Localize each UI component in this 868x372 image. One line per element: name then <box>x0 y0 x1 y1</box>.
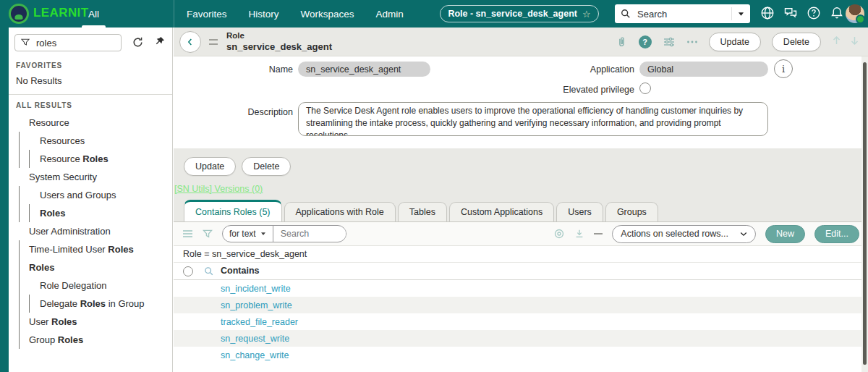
chat-icon[interactable] <box>783 6 799 22</box>
delete-button-footer[interactable]: Delete <box>242 157 291 176</box>
help-icon[interactable] <box>807 6 822 22</box>
contains-role-link[interactable]: tracked_file_reader <box>221 317 298 327</box>
form-context-menu-icon[interactable] <box>209 39 218 45</box>
menu-history[interactable]: History <box>249 9 279 20</box>
sidebar-result-item[interactable]: Users and Groups <box>9 186 171 204</box>
contains-role-link[interactable]: sn_problem_write <box>221 300 292 310</box>
search-scope-dropdown[interactable] <box>731 7 744 20</box>
sliders-icon[interactable] <box>663 36 676 48</box>
notifications-icon[interactable] <box>830 6 846 22</box>
globe-icon[interactable] <box>760 6 776 22</box>
actions-on-rows-dropdown[interactable]: Actions on selected rows... <box>612 225 756 243</box>
sidebar-result-item[interactable]: Role Delegation <box>9 276 171 295</box>
tree-guide-line <box>19 186 20 204</box>
pin-icon[interactable] <box>154 36 165 50</box>
footer-buttons: Update Delete <box>184 157 291 176</box>
tab-groups[interactable]: Groups <box>605 202 658 221</box>
list-header-row: Contains <box>174 263 868 280</box>
application-field[interactable]: Global <box>639 62 768 77</box>
scrollbar-thumb[interactable] <box>863 62 867 365</box>
top-nav-bar: LEARNIT All Favorites History Workspaces… <box>0 0 868 28</box>
record-nav-arrows <box>832 35 859 48</box>
list-filter-icon[interactable] <box>203 229 213 239</box>
sidebar-divider <box>9 94 172 95</box>
sidebar-filter-input[interactable] <box>35 37 100 49</box>
nav-divider <box>174 0 174 28</box>
user-avatar[interactable] <box>846 4 864 23</box>
select-all-checkbox[interactable] <box>183 266 193 276</box>
search-field-dropdown[interactable]: for text <box>223 226 273 242</box>
export-download-icon[interactable] <box>574 229 584 239</box>
global-search[interactable] <box>615 4 750 23</box>
sidebar-result-item[interactable]: User Administration <box>9 222 171 240</box>
sidebar-result-item[interactable]: Delegate Roles in Group <box>9 295 171 313</box>
sidebar-accent-strip <box>0 28 9 372</box>
menu-favorites[interactable]: Favorites <box>187 9 227 20</box>
refresh-icon[interactable] <box>132 36 144 51</box>
sn-utils-versions-link[interactable]: [SN Utils] Versions (0) <box>174 184 263 194</box>
tab-users[interactable]: Users <box>556 202 603 221</box>
new-button[interactable]: New <box>765 225 805 243</box>
chevron-down-icon <box>740 232 747 237</box>
application-info-icon[interactable] <box>774 59 793 78</box>
contains-role-link[interactable]: sn_request_write <box>221 334 289 344</box>
record-name-label: sn_service_desk_agent <box>226 41 332 53</box>
sidebar-result-item[interactable]: Roles <box>9 258 171 276</box>
sidebar-result-item[interactable]: Resource <box>9 114 171 132</box>
sidebar-result-item[interactable]: User Roles <box>9 313 171 331</box>
elevated-privilege-checkbox[interactable] <box>639 83 651 94</box>
paperclip-icon[interactable] <box>616 35 628 48</box>
tree-guide-line <box>19 295 20 313</box>
tab-custom-applications[interactable]: Custom Applications <box>449 202 554 221</box>
contains-role-link[interactable]: sn_change_write <box>221 350 289 360</box>
sidebar-result-item[interactable]: Time-Limited User Roles <box>9 240 171 258</box>
sidebar-result-item[interactable]: Resources <box>9 132 171 150</box>
delete-button[interactable]: Delete <box>772 33 821 51</box>
favorites-empty-text: No Results <box>16 75 62 86</box>
next-record-icon[interactable] <box>850 35 859 48</box>
sidebar-result-item[interactable]: Resource Roles <box>9 150 171 168</box>
menu-workspaces[interactable]: Workspaces <box>301 9 354 20</box>
back-button[interactable] <box>179 31 201 53</box>
sidebar-result-item[interactable]: Group Roles <box>9 331 171 349</box>
all-menu-button[interactable]: All <box>88 0 99 28</box>
personalize-list-icon[interactable] <box>553 228 565 240</box>
brand-name[interactable]: LEARNIT <box>33 6 88 20</box>
search-icon <box>621 9 631 19</box>
column-search-icon[interactable] <box>204 266 214 279</box>
current-record-pill[interactable]: Role - sn_service_desk_agent ☆ <box>440 5 599 22</box>
list-menu-icon[interactable] <box>182 229 193 238</box>
previous-record-icon[interactable] <box>832 35 841 48</box>
contains-column-header[interactable]: Contains <box>221 266 259 276</box>
list-search-input[interactable] <box>273 229 346 239</box>
sidebar-result-item[interactable]: Roles <box>9 204 171 222</box>
collapse-dash-icon[interactable] <box>594 233 603 234</box>
record-title-block: Role sn_service_desk_agent <box>226 31 332 52</box>
update-button-footer[interactable]: Update <box>184 157 236 176</box>
edit-button[interactable]: Edit... <box>814 225 859 243</box>
name-field[interactable]: sn_service_desk_agent <box>298 62 430 77</box>
sidebar-results-tree: ResourceResourcesResource RolesSystem Se… <box>9 114 171 349</box>
sidebar-filter[interactable] <box>14 34 122 51</box>
tree-guide-line <box>19 132 20 150</box>
help-circle-icon[interactable] <box>639 35 652 48</box>
menu-admin[interactable]: Admin <box>376 9 404 20</box>
sidebar-result-label: Delegate Roles in Group <box>40 298 145 309</box>
sidebar-result-item[interactable]: System Security <box>9 168 171 186</box>
list-breadcrumb[interactable]: Role = sn_service_desk_agent <box>174 246 868 263</box>
vertical-scrollbar[interactable] <box>861 56 868 372</box>
update-button[interactable]: Update <box>709 33 761 51</box>
favorite-star-icon[interactable]: ☆ <box>582 9 591 20</box>
contains-role-link[interactable]: sn_incident_write <box>221 284 291 294</box>
brand-logo-icon <box>9 4 29 24</box>
tab-tables[interactable]: Tables <box>398 202 447 221</box>
tree-guide-line <box>19 240 20 258</box>
sidebar-result-label: Resources <box>40 135 85 146</box>
description-field[interactable]: The Service Desk Agent role enables user… <box>298 102 768 136</box>
global-search-input[interactable] <box>636 8 731 20</box>
sidebar-result-label: Roles <box>40 208 65 219</box>
tab-applications-with-role[interactable]: Applications with Role <box>284 202 396 221</box>
more-icon[interactable] <box>686 40 698 44</box>
tab-contains-roles-5[interactable]: Contains Roles (5) <box>184 200 282 221</box>
sidebar-result-label: Role Delegation <box>40 280 107 291</box>
